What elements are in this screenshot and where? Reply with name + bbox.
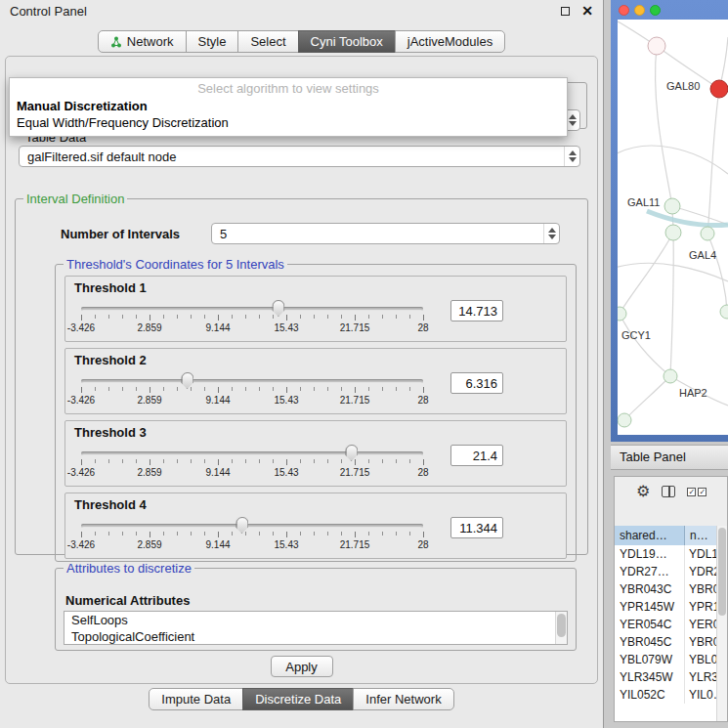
tab-jactivemodules[interactable]: jActiveModules — [395, 30, 505, 53]
table-cell[interactable]: YPR1… — [685, 598, 716, 616]
slider-tick-label: -3.426 — [67, 467, 95, 478]
table-cell[interactable]: YBR0… — [685, 633, 716, 651]
slider-tick — [259, 387, 260, 391]
list-scrollbar[interactable] — [555, 612, 567, 644]
slider-tick — [136, 532, 137, 535]
tab-label: Infer Network — [365, 692, 441, 707]
table-cell[interactable]: YBR043C — [615, 580, 685, 598]
attribute-list-item[interactable]: SelfLoops — [64, 612, 567, 628]
table-cell[interactable]: YIL0… — [685, 686, 716, 704]
table-row[interactable]: YDL19… YDL1… — [615, 545, 716, 563]
table-cell[interactable]: YBR045C — [615, 633, 685, 651]
tab-cyni-toolbox[interactable]: Cyni Toolbox — [298, 30, 396, 53]
slider-tick — [409, 387, 410, 391]
tab-select[interactable]: Select — [237, 30, 298, 53]
attribute-list-item[interactable]: TopologicalCoefficient — [64, 628, 567, 645]
tab-infer-network[interactable]: Infer Network — [353, 688, 453, 710]
table-row[interactable]: YER054C YER0… — [615, 616, 716, 633]
columns-icon[interactable] — [662, 486, 675, 497]
threshold-4-slider[interactable]: -3.4262.8599.14415.4321.71528 — [71, 515, 433, 558]
threshold-4-block: Threshold 4 -3.4262.8599.14415.4321.7152… — [64, 492, 567, 559]
slider-tick — [191, 387, 192, 391]
scrollbar-thumb[interactable] — [718, 528, 726, 616]
table-row[interactable]: YBR043C YBR0… — [615, 580, 716, 598]
table-cell[interactable]: YDL1… — [685, 545, 716, 563]
table-cell[interactable]: YLR3… — [685, 668, 716, 686]
table-cell[interactable]: YDR2… — [685, 563, 716, 580]
network-canvas[interactable]: GAL80GAL11GAL4GCY1HAP2 — [618, 20, 728, 435]
table-cell[interactable]: YBL0… — [685, 651, 716, 668]
table-row[interactable]: YLR345W YLR3… — [615, 668, 716, 686]
table-row[interactable]: YPR145W YPR1… — [615, 598, 716, 616]
number-of-intervals-combobox[interactable]: 5 — [211, 223, 560, 244]
table-cell[interactable]: YLR345W — [615, 668, 685, 686]
table-cell[interactable]: YDL19… — [615, 545, 685, 563]
close-window-icon[interactable] — [619, 5, 629, 16]
table-scrollbar[interactable] — [716, 526, 727, 721]
table-cell[interactable]: YBR0… — [685, 580, 716, 598]
table-row[interactable]: YIL052C YIL0… — [615, 686, 716, 704]
tab-impute-data[interactable]: Impute Data — [149, 688, 243, 710]
table-cell[interactable]: YER0… — [685, 616, 716, 633]
network-node[interactable] — [618, 413, 631, 427]
network-node-selected[interactable] — [710, 80, 728, 98]
slider-tick — [382, 387, 383, 391]
gear-icon[interactable]: ⚙ — [636, 484, 650, 499]
table-cell[interactable]: YPR145W — [615, 598, 685, 616]
table-row[interactable]: YBL079W YBL0… — [615, 651, 716, 668]
table-data-combobox[interactable]: galFiltered.sif default node — [19, 146, 580, 167]
cyni-toolbox-panel: Discretization Algorithm Select algorith… — [5, 56, 598, 684]
threshold-1-value-input[interactable] — [450, 300, 503, 321]
slider-tick — [409, 459, 410, 463]
dropdown-option[interactable]: Manual Discretization — [10, 98, 567, 114]
table-panel: ⚙ ✓ ✓ shared… n… YDL19… YDL1… YDR27… YDR… — [614, 476, 728, 722]
attributes-listbox[interactable]: SelfLoopsTopologicalCoefficientBetweenne… — [64, 611, 568, 645]
table-cell[interactable]: YDR27… — [615, 563, 685, 580]
threshold-2-value-input[interactable] — [450, 372, 503, 394]
float-window-icon[interactable] — [561, 7, 570, 16]
tab-label: Impute Data — [161, 692, 231, 707]
checkbox-icon[interactable]: ✓ — [698, 488, 707, 496]
threshold-4-value-input[interactable] — [450, 517, 503, 538]
slider-tick — [218, 459, 219, 465]
slider-tick — [368, 315, 369, 319]
select-columns-icons: ✓ ✓ — [687, 488, 707, 496]
dropdown-option[interactable]: Equal Width/Frequency Discretization — [10, 114, 567, 131]
slider-tick-label: 15.43 — [274, 539, 298, 550]
panel-title: Table Panel — [620, 450, 686, 464]
table-cell[interactable]: YER054C — [615, 616, 685, 633]
threshold-3-value-input[interactable] — [450, 445, 503, 466]
zoom-window-icon[interactable] — [650, 5, 661, 16]
scrollbar-thumb[interactable] — [557, 614, 566, 637]
network-node[interactable] — [665, 225, 681, 240]
table-row[interactable]: YBR045C YBR0… — [615, 633, 716, 651]
table-cell[interactable]: YIL052C — [615, 686, 685, 704]
column-header-shared-name[interactable]: shared… — [615, 526, 685, 545]
column-header-name[interactable]: n… — [685, 526, 716, 545]
slider-tick — [300, 387, 301, 391]
network-node[interactable] — [618, 307, 626, 321]
network-node[interactable] — [664, 369, 677, 383]
checkbox-icon[interactable]: ✓ — [687, 488, 696, 496]
slider-tick — [191, 532, 192, 535]
slider-tick — [177, 387, 178, 391]
apply-button[interactable]: Apply — [271, 656, 333, 677]
network-node[interactable] — [648, 37, 665, 55]
tab-network[interactable]: Network — [98, 30, 187, 53]
threshold-3-slider[interactable]: -3.4262.8599.14415.4321.71528 — [71, 443, 433, 486]
slider-tick — [136, 459, 137, 463]
slider-tick — [245, 532, 246, 535]
table-cell[interactable]: YBL079W — [615, 651, 685, 668]
network-node[interactable] — [720, 305, 728, 319]
close-icon[interactable]: ✕ — [581, 4, 593, 18]
threshold-1-slider[interactable]: -3.4262.8599.14415.4321.71528 — [71, 298, 433, 341]
threshold-2-slider[interactable]: -3.4262.8599.14415.4321.71528 — [71, 370, 433, 413]
slider-tick — [286, 387, 287, 393]
tab-discretize-data[interactable]: Discretize Data — [242, 688, 354, 710]
threshold-label: Threshold 2 — [74, 353, 147, 367]
table-row[interactable]: YDR27… YDR2… — [615, 563, 716, 580]
minimize-window-icon[interactable] — [634, 5, 645, 16]
tab-style[interactable]: Style — [186, 30, 239, 53]
network-node[interactable] — [664, 198, 680, 214]
network-node[interactable] — [701, 227, 714, 240]
